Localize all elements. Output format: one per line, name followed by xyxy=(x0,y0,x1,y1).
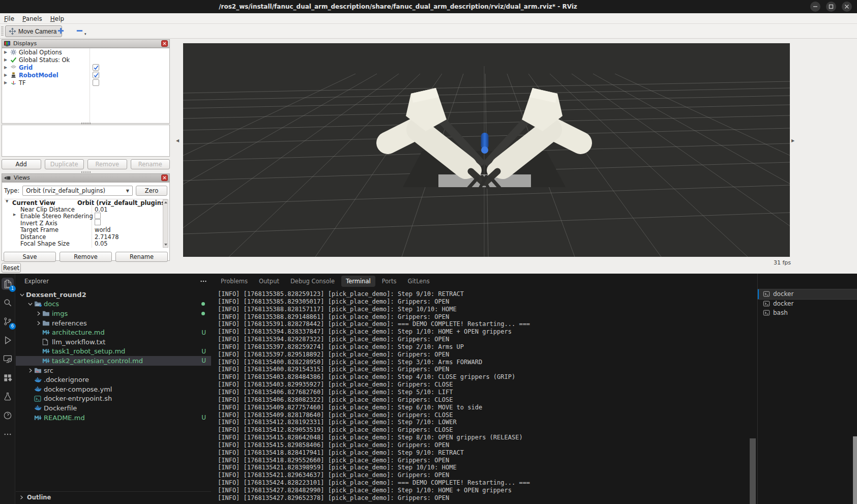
tree-item[interactable]: Dockerfile xyxy=(16,403,211,413)
expand-arrow-icon[interactable]: ▶ xyxy=(2,57,9,62)
tab-terminal[interactable]: Terminal xyxy=(341,276,375,287)
tree-item[interactable]: task1_robot_setup.mdU xyxy=(16,347,211,357)
remove-tool-icon[interactable] xyxy=(76,27,83,35)
property-checkbox[interactable] xyxy=(95,213,101,219)
displays-remove-button[interactable]: Remove xyxy=(87,159,127,169)
expand-arrow-icon[interactable]: ▶ xyxy=(2,50,9,54)
terminal-item[interactable]: docker xyxy=(758,299,857,309)
view-property-row[interactable]: Target Frameworld xyxy=(4,227,167,233)
tab-debug-console[interactable]: Debug Console xyxy=(286,276,339,287)
tree-item[interactable]: .dockerignore xyxy=(16,375,211,384)
display-row[interactable]: ▶Global Options xyxy=(2,48,169,56)
tab-problems[interactable]: Problems xyxy=(216,276,252,287)
view-property-row[interactable]: Invert Z Axis xyxy=(4,220,167,226)
3d-viewport[interactable] xyxy=(183,43,790,257)
tree-item[interactable]: docker-compose.yml xyxy=(16,384,211,394)
activity-search[interactable] xyxy=(2,297,14,309)
view-property-value[interactable]: 0.01 xyxy=(92,206,108,213)
view-type-dropdown[interactable]: Orbit (rviz_default_plugins) ▼ xyxy=(22,186,133,196)
splitter-handle[interactable] xyxy=(81,123,91,124)
activity-extensions[interactable] xyxy=(2,372,14,384)
display-row[interactable]: ▶Grid xyxy=(2,64,169,71)
outline-section[interactable]: Outline xyxy=(16,491,211,502)
views-panel-header[interactable]: Views xyxy=(2,173,170,182)
views-save-button[interactable]: Save xyxy=(4,252,56,262)
scroll-down-icon[interactable] xyxy=(164,244,167,246)
toolbar-drag-handle[interactable] xyxy=(1,26,4,36)
view-table-scrollbar[interactable] xyxy=(163,199,168,248)
tree-item[interactable]: architecture.mdU xyxy=(16,328,211,337)
tree-item[interactable]: llm_workflow.txt xyxy=(16,337,211,347)
displays-duplicate-button[interactable]: Duplicate xyxy=(45,159,84,169)
expand-arrow-icon[interactable]: ▶ xyxy=(2,65,9,70)
activity-more[interactable] xyxy=(2,428,14,440)
scroll-up-icon[interactable] xyxy=(164,201,167,203)
explorer-more-actions-icon[interactable] xyxy=(200,278,207,285)
menu-panels[interactable]: Panels xyxy=(18,14,46,22)
tree-item[interactable]: docker-entrypoint.sh xyxy=(16,394,211,404)
activity-explorer[interactable]: 1 xyxy=(2,278,14,290)
panel-collapse-right-icon[interactable]: ▶ xyxy=(791,138,794,143)
window-minimize-button[interactable] xyxy=(810,2,820,12)
display-row[interactable]: ▶TF xyxy=(2,79,169,86)
displays-close-button[interactable] xyxy=(161,40,168,47)
current-view-header[interactable]: ▼Current ViewOrbit (rviz_default_plugins… xyxy=(4,199,167,206)
activity-run-debug[interactable] xyxy=(2,334,14,346)
expand-arrow-icon[interactable]: ▶ xyxy=(2,80,9,85)
display-row[interactable]: ▶Global Status: Ok xyxy=(2,56,169,64)
expand-arrow-icon[interactable]: ▼ xyxy=(6,199,8,203)
activity-remote-explorer[interactable] xyxy=(2,353,14,365)
view-property-value[interactable]: 2.71478 xyxy=(92,233,119,241)
tree-item[interactable]: docs xyxy=(16,300,211,309)
tab-gitlens[interactable]: GitLens xyxy=(403,276,434,287)
move-camera-tool-button[interactable]: Move Camera xyxy=(5,25,62,37)
terminal-item[interactable]: docker xyxy=(758,289,857,299)
views-close-button[interactable] xyxy=(161,174,168,181)
tab-ports[interactable]: Ports xyxy=(377,276,401,287)
zero-button[interactable]: Zero xyxy=(136,186,167,196)
view-property-value[interactable]: 0.05 xyxy=(92,240,108,247)
splitter-handle[interactable] xyxy=(81,171,91,173)
view-property-value[interactable]: world xyxy=(92,226,111,233)
display-enable-checkbox[interactable] xyxy=(93,72,99,78)
menu-help[interactable]: Help xyxy=(46,14,68,22)
tree-item[interactable]: imgs xyxy=(16,309,211,318)
log-line: [INFO] [1768135424.828223101] [pick_plac… xyxy=(218,479,754,487)
tree-item[interactable]: references xyxy=(16,318,211,328)
view-property-row[interactable]: Focal Shape Size0.05 xyxy=(4,240,167,247)
terminal-item[interactable]: bash xyxy=(758,308,857,318)
expand-arrow-icon[interactable]: ▶ xyxy=(2,73,9,77)
window-maximize-button[interactable] xyxy=(826,2,836,12)
tab-output[interactable]: Output xyxy=(254,276,284,287)
terminal-output[interactable]: [INFO] [1768135385.828259123] [pick_plac… xyxy=(218,290,754,504)
property-checkbox[interactable] xyxy=(95,219,101,225)
view-property-row[interactable]: Near Clip Distance0.01 xyxy=(4,206,167,213)
terminal-scrollbar[interactable] xyxy=(750,438,756,504)
display-enable-checkbox[interactable] xyxy=(93,64,99,71)
tree-item[interactable]: src xyxy=(16,366,211,375)
reset-button[interactable]: Reset xyxy=(2,263,21,273)
displays-rename-button[interactable]: Rename xyxy=(131,159,170,169)
menu-file[interactable]: File xyxy=(0,14,18,22)
tool-dropdown-caret-icon[interactable]: ▾ xyxy=(84,32,86,36)
activity-source-control[interactable]: 6 xyxy=(2,315,14,328)
displays-add-button[interactable]: Add xyxy=(2,159,41,169)
activity-testing[interactable] xyxy=(2,391,14,403)
window-close-button[interactable] xyxy=(842,2,852,12)
view-property-row[interactable]: Distance2.71478 xyxy=(4,233,167,240)
views-remove-button[interactable]: Remove xyxy=(60,252,112,262)
expand-arrow-icon[interactable]: ▶ xyxy=(13,213,16,217)
terminal-list-scrollbar[interactable] xyxy=(853,436,857,504)
tree-item[interactable]: README.mdU xyxy=(16,413,211,423)
view-property-value[interactable] xyxy=(92,219,101,227)
views-rename-button[interactable]: Rename xyxy=(115,252,168,262)
tree-item[interactable]: Dexsent_round2 xyxy=(16,290,211,300)
view-property-row[interactable]: ▶Enable Stereo Rendering xyxy=(4,213,167,220)
display-enable-checkbox[interactable] xyxy=(93,79,99,86)
display-row[interactable]: ▶RobotModel xyxy=(2,71,169,79)
panel-collapse-left-icon[interactable]: ◀ xyxy=(176,138,179,143)
tree-item[interactable]: task2_cartesian_control.mdU xyxy=(16,356,211,366)
displays-panel-header[interactable]: Displays xyxy=(2,39,170,48)
activity-profiler[interactable] xyxy=(2,409,14,422)
add-tool-icon[interactable] xyxy=(57,27,65,35)
